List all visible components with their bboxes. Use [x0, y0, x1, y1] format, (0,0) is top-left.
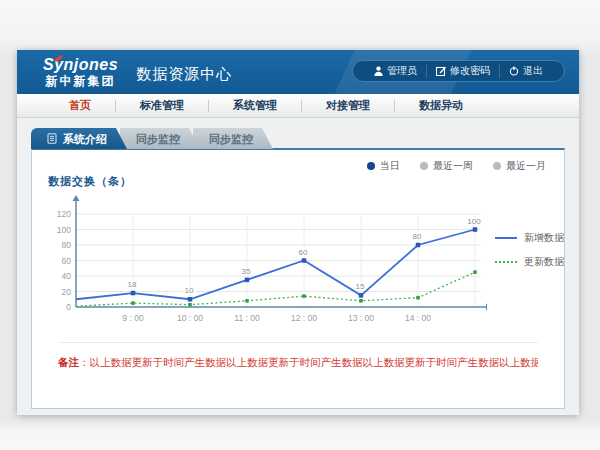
user-menu: 管理员 修改密码 退出: [352, 60, 565, 82]
legend-label: 新增数据: [524, 231, 564, 245]
logout-label: 退出: [523, 64, 543, 78]
user-button[interactable]: 管理员: [365, 64, 426, 78]
svg-text:100: 100: [57, 225, 71, 235]
chart-container: 0204060801001209 : 0010 : 0011 : 0012 : …: [50, 191, 564, 341]
tab-label: 同步监控: [209, 133, 253, 145]
svg-text:60: 60: [299, 248, 308, 257]
data-point: [473, 227, 478, 232]
data-point: [131, 301, 135, 305]
data-point: [188, 297, 193, 302]
range-option-label: 最近一周: [433, 159, 473, 173]
legend-label: 更新数据: [524, 255, 564, 269]
document-icon: [47, 133, 57, 146]
tab-label: 同步监控: [136, 133, 180, 145]
range-option-today[interactable]: 当日: [367, 159, 400, 173]
app-header: Synjones 新中新集团 数据资源中心 管理员 修改密码 退出: [17, 50, 579, 94]
range-option-label: 最近一月: [506, 159, 546, 173]
radio-icon: [367, 162, 375, 170]
svg-text:12 : 00: 12 : 00: [291, 313, 317, 323]
change-password-button[interactable]: 修改密码: [426, 64, 499, 78]
legend-item-updated-data[interactable]: 更新数据: [495, 255, 564, 269]
svg-text:60: 60: [62, 256, 72, 266]
svg-text:13 : 00: 13 : 00: [348, 313, 374, 323]
tab-sync-monitor-2[interactable]: 同步监控: [193, 128, 273, 149]
svg-text:18: 18: [128, 280, 137, 289]
nav-item-system-mgmt[interactable]: 系统管理: [209, 98, 301, 113]
radio-icon: [493, 162, 501, 170]
data-point: [359, 293, 364, 298]
svg-text:80: 80: [62, 240, 72, 250]
page-title: 数据资源中心: [136, 61, 232, 84]
footnote-label: 备注: [58, 356, 79, 368]
brand-logo-text: Synjones: [43, 57, 118, 74]
svg-text:40: 40: [62, 271, 72, 281]
radio-icon: [420, 162, 428, 170]
nav-item-standard-mgmt[interactable]: 标准管理: [116, 98, 208, 113]
svg-text:11 : 00: 11 : 00: [234, 313, 260, 323]
data-point: [302, 294, 306, 298]
legend-line-swatch: [495, 237, 517, 239]
svg-text:10 : 00: 10 : 00: [177, 313, 203, 323]
range-option-last-month[interactable]: 最近一月: [493, 159, 546, 173]
data-point: [131, 291, 136, 296]
tab-label: 系统介绍: [63, 132, 107, 147]
svg-text:20: 20: [62, 287, 72, 297]
power-icon: [509, 66, 519, 76]
footnote-text: ：以上数据更新于时间产生数据以上数据更新于时间产生数据以上数据更新于时间产生数据…: [79, 356, 538, 368]
tab-sync-monitor-1[interactable]: 同步监控: [120, 128, 200, 149]
change-password-label: 修改密码: [450, 64, 490, 78]
brand-logo: Synjones 新中新集团: [43, 57, 118, 87]
chart-legend: 新增数据 更新数据: [495, 231, 564, 341]
footnote: 备注：以上数据更新于时间产生数据以上数据更新于时间产生数据以上数据更新于时间产生…: [58, 342, 538, 370]
data-point: [245, 299, 249, 303]
data-point: [473, 270, 477, 274]
line-chart-svg: 0204060801001209 : 0010 : 0011 : 0012 : …: [50, 191, 487, 341]
data-point: [416, 296, 420, 300]
tab-system-intro[interactable]: 系统介绍: [31, 128, 127, 149]
data-point: [302, 258, 307, 263]
svg-text:35: 35: [242, 267, 251, 276]
chart-y-axis-title: 数据交换（条）: [48, 174, 564, 189]
edit-icon: [436, 66, 446, 76]
legend-item-new-data[interactable]: 新增数据: [495, 231, 564, 245]
legend-line-swatch: [495, 261, 517, 263]
range-option-last-week[interactable]: 最近一周: [420, 159, 473, 173]
nav-item-data-change[interactable]: 数据异动: [395, 98, 487, 113]
chart-panel: 当日 最近一周 最近一月 数据交换（条） 0204060801001209 : …: [31, 148, 565, 409]
user-label: 管理员: [387, 64, 417, 78]
svg-text:0: 0: [66, 302, 71, 312]
tab-bar: 系统介绍 同步监控 同步监控: [31, 128, 565, 149]
data-point: [416, 243, 421, 248]
data-point: [188, 303, 192, 307]
brand-logo-subtext: 新中新集团: [43, 75, 118, 88]
svg-text:100: 100: [467, 217, 481, 226]
svg-text:80: 80: [413, 232, 422, 241]
main-nav: 首页 标准管理 系统管理 对接管理 数据异动: [17, 94, 579, 118]
data-point: [359, 299, 363, 303]
data-point: [245, 278, 250, 283]
nav-item-connect-mgmt[interactable]: 对接管理: [302, 98, 394, 113]
nav-item-home[interactable]: 首页: [45, 98, 115, 113]
range-option-label: 当日: [380, 159, 400, 173]
content-area: 系统介绍 同步监控 同步监控 当日 最近一周: [17, 118, 579, 409]
svg-text:120: 120: [57, 209, 71, 219]
svg-text:14 : 00: 14 : 00: [405, 313, 431, 323]
svg-text:10: 10: [185, 286, 194, 295]
app-window: Synjones 新中新集团 数据资源中心 管理员 修改密码 退出: [17, 50, 579, 415]
svg-text:9 : 00: 9 : 00: [122, 313, 144, 323]
range-selector: 当日 最近一周 最近一月: [367, 159, 546, 173]
user-icon: [374, 66, 383, 76]
svg-text:15: 15: [356, 282, 365, 291]
logout-button[interactable]: 退出: [499, 64, 552, 78]
